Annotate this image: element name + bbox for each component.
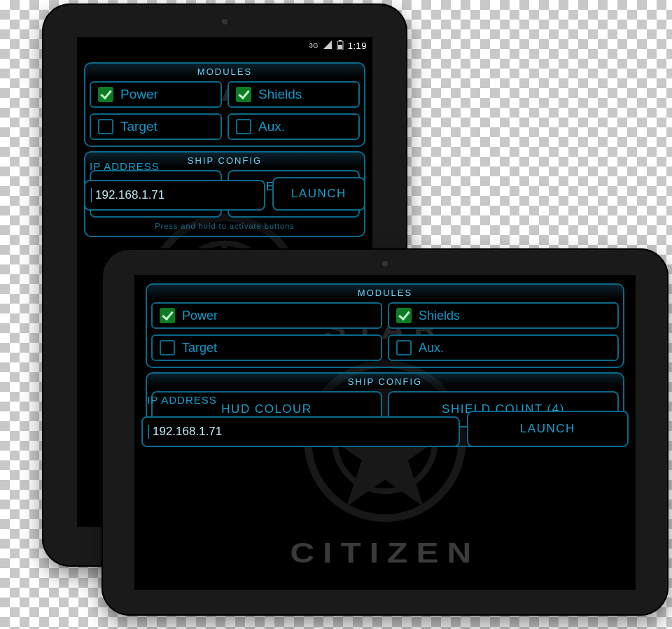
module-label: Shields [258,87,302,102]
signal-icon [323,41,332,51]
launch-button[interactable]: LAUNCH [467,411,629,447]
module-power[interactable]: Power [90,81,222,108]
ip-row: IP ADDRESS 192.168.1.71 LAUNCH [141,411,629,447]
checkbox-icon [396,308,412,323]
module-label: Power [182,309,218,323]
checkbox-icon [236,87,251,102]
ip-label: IP ADDRESS [90,160,160,172]
ip-label: IP ADDRESS [147,394,217,406]
ship-config-title: SHIP CONFIG [151,376,619,387]
modules-title: MODULES [151,288,619,298]
tablet-landscape: STAR CITIZEN MODULES Power Shields [102,248,668,616]
ip-row: IP ADDRESS 192.168.1.71 LAUNCH [84,177,365,211]
module-label: Power [120,87,158,102]
module-target[interactable]: Target [151,334,382,361]
android-status-bar: 3G 1:19 [77,37,372,54]
network-indicator: 3G [309,42,318,49]
module-label: Aux. [419,341,444,355]
modules-panel: MODULES Power Shields Target [146,283,624,368]
module-shields[interactable]: Shields [227,81,360,108]
module-aux[interactable]: Aux. [388,334,619,361]
clock: 1:19 [348,41,367,51]
module-shields[interactable]: Shields [388,302,619,329]
checkbox-icon [396,340,412,355]
module-target[interactable]: Target [90,113,222,140]
module-aux[interactable]: Aux. [227,113,360,140]
checkbox-icon [160,340,175,355]
checkbox-icon [98,87,113,102]
module-label: Shields [419,309,460,323]
battery-icon [337,40,344,52]
svg-rect-4 [338,45,342,49]
ship-config-hint: Press and hold to activate buttons [90,222,360,230]
modules-title: MODULES [90,66,360,77]
ip-input[interactable]: 192.168.1.71 [84,180,265,211]
modules-panel: MODULES Power Shields Target [84,62,365,147]
ip-input[interactable]: 192.168.1.71 [141,416,460,447]
launch-button[interactable]: LAUNCH [272,177,365,211]
app-ui-landscape: MODULES Power Shields Target [134,275,636,454]
module-label: Aux. [258,119,285,134]
watermark-bottom: CITIZEN [290,537,480,569]
svg-rect-3 [339,40,342,41]
checkbox-icon [98,119,113,134]
app-ui-portrait: MODULES Power Shields Target [77,54,372,244]
screen-landscape: STAR CITIZEN MODULES Power Shields [134,275,636,590]
module-label: Target [182,341,217,355]
module-label: Target [120,119,158,134]
checkbox-icon [160,308,175,323]
checkbox-icon [236,119,251,134]
module-power[interactable]: Power [151,302,382,329]
